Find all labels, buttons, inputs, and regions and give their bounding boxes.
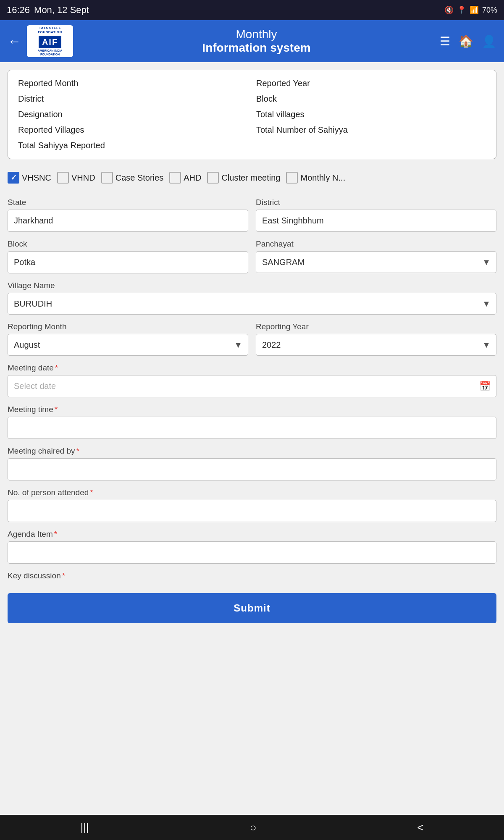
cb-vhnd-label: VHND	[71, 173, 95, 183]
category-checkboxes: VHSNC VHND Case Stories AHD Cluster meet…	[8, 168, 496, 187]
cb-case-stories-box[interactable]	[101, 172, 113, 184]
checkbox-case-stories[interactable]: Case Stories	[101, 172, 164, 184]
cb-monthly-n-box[interactable]	[286, 172, 298, 184]
checkbox-vhsnc[interactable]: VHSNC	[8, 172, 51, 184]
info-total-villages: Total villages	[256, 110, 486, 119]
person-attended-row: No. of person attended*	[8, 488, 496, 522]
panchayat-select[interactable]: SANGRAM	[256, 251, 496, 273]
state-district-row: State District	[8, 198, 496, 232]
block-label: Block	[8, 239, 248, 249]
village-label: Village Name	[8, 281, 496, 290]
meeting-date-label: Meeting date*	[8, 363, 496, 373]
meeting-time-row: Meeting time*	[8, 405, 496, 439]
cb-cluster-meeting-box[interactable]	[207, 172, 219, 184]
meeting-time-label: Meeting time*	[8, 405, 496, 414]
title-line2: Information system	[73, 41, 440, 55]
cb-vhnd-box[interactable]	[57, 172, 69, 184]
village-select-wrap: BURUDIH ▼	[8, 293, 496, 315]
reporting-month-group: Reporting Month August ▼	[8, 322, 248, 356]
cb-vhsnc-label: VHSNC	[22, 173, 51, 183]
battery-icon: 70%	[482, 6, 497, 15]
reporting-month-select[interactable]: August	[8, 334, 248, 356]
agenda-item-label: Agenda Item*	[8, 530, 496, 539]
meeting-date-input[interactable]	[8, 375, 496, 397]
app-header: ← TATA STEEL FOUNDATION AIF AMERICAN IND…	[0, 20, 504, 62]
block-input[interactable]	[8, 251, 248, 273]
meeting-time-group: Meeting time*	[8, 405, 496, 439]
village-select[interactable]: BURUDIH	[8, 293, 496, 315]
reporting-month-select-wrap: August ▼	[8, 334, 248, 356]
info-reported-year: Reported Year	[256, 79, 486, 88]
key-discussion-group: Key discussion*	[8, 571, 496, 580]
state-input[interactable]	[8, 210, 248, 232]
key-discussion-label: Key discussion*	[8, 571, 496, 580]
reporting-year-select-wrap: 2022 ▼	[256, 334, 496, 356]
info-reported-month: Reported Month	[18, 79, 248, 88]
state-group: State	[8, 198, 248, 232]
person-attended-input[interactable]	[8, 500, 496, 522]
info-reported-villages: Reported Villages	[18, 125, 248, 135]
checkbox-cluster-meeting[interactable]: Cluster meeting	[207, 172, 280, 184]
info-designation: Designation	[18, 110, 248, 119]
logo-aif-text: AIF	[39, 36, 61, 48]
status-time: 16:26	[7, 5, 30, 16]
reporting-month-label: Reporting Month	[8, 322, 248, 331]
meeting-time-input[interactable]	[8, 417, 496, 439]
state-label: State	[8, 198, 248, 207]
submit-button[interactable]: Submit	[8, 593, 496, 623]
person-attended-group: No. of person attended*	[8, 488, 496, 522]
meeting-chair-row: Meeting chaired by*	[8, 446, 496, 480]
meeting-chair-label: Meeting chaired by*	[8, 446, 496, 456]
checkbox-ahd[interactable]: AHD	[169, 172, 201, 184]
app-logo: TATA STEEL FOUNDATION AIF AMERICAN INDIA…	[27, 25, 73, 57]
status-bar: 16:26 Mon, 12 Sept 🔇 📍 📶 70%	[0, 0, 504, 20]
person-attended-label: No. of person attended*	[8, 488, 496, 497]
bottom-navigation: ||| ○ <	[0, 815, 504, 840]
home-icon[interactable]: 🏠	[459, 34, 473, 48]
reporting-month-year-row: Reporting Month August ▼ Reporting Year …	[8, 322, 496, 356]
nav-menu-button[interactable]: |||	[80, 821, 89, 834]
reporting-year-group: Reporting Year 2022 ▼	[256, 322, 496, 356]
meeting-date-wrap: 📅	[8, 375, 496, 397]
mute-icon: 🔇	[444, 5, 454, 15]
panchayat-select-wrap: SANGRAM ▼	[256, 251, 496, 273]
menu-icon[interactable]: ☰	[440, 34, 450, 48]
agenda-item-group: Agenda Item*	[8, 530, 496, 564]
panchayat-label: Panchayat	[256, 239, 496, 249]
back-button[interactable]: ←	[8, 34, 21, 49]
info-total-sahiyya-reported: Total Sahiyya Reported	[18, 141, 486, 150]
nav-back-button[interactable]: <	[417, 821, 423, 834]
meeting-date-row: Meeting date* 📅	[8, 363, 496, 397]
status-date: Mon, 12 Sept	[34, 5, 89, 16]
checkbox-vhnd[interactable]: VHND	[57, 172, 95, 184]
block-group: Block	[8, 239, 248, 273]
info-total-number-sahiyya: Total Number of Sahiyya	[256, 125, 486, 135]
cb-vhsnc-box[interactable]	[8, 172, 19, 184]
village-group: Village Name BURUDIH ▼	[8, 281, 496, 315]
reporting-year-select[interactable]: 2022	[256, 334, 496, 356]
info-summary-card: Reported Month Reported Year District Bl…	[8, 70, 496, 159]
block-panchayat-row: Block Panchayat SANGRAM ▼	[8, 239, 496, 273]
profile-icon[interactable]: 👤	[482, 34, 496, 48]
village-row: Village Name BURUDIH ▼	[8, 281, 496, 315]
cb-monthly-n-label: Monthly N...	[300, 173, 345, 183]
meeting-chair-input[interactable]	[8, 458, 496, 480]
main-content: Reported Month Reported Year District Bl…	[0, 62, 504, 657]
wifi-icon: 📶	[470, 5, 479, 15]
info-block: Block	[256, 94, 486, 104]
district-group: District	[256, 198, 496, 232]
key-discussion-row: Key discussion*	[8, 571, 496, 580]
info-district: District	[18, 94, 248, 104]
nav-home-button[interactable]: ○	[250, 821, 257, 834]
cb-case-stories-label: Case Stories	[116, 173, 164, 183]
checkbox-monthly-n[interactable]: Monthly N...	[286, 172, 345, 184]
reporting-year-label: Reporting Year	[256, 322, 496, 331]
agenda-item-row: Agenda Item*	[8, 530, 496, 564]
cb-ahd-box[interactable]	[169, 172, 181, 184]
app-title: Monthly Information system	[73, 28, 440, 55]
agenda-item-input[interactable]	[8, 541, 496, 564]
header-actions: ☰ 🏠 👤	[440, 34, 496, 48]
title-line1: Monthly	[73, 28, 440, 41]
district-input[interactable]	[256, 210, 496, 232]
cb-cluster-meeting-label: Cluster meeting	[221, 173, 280, 183]
